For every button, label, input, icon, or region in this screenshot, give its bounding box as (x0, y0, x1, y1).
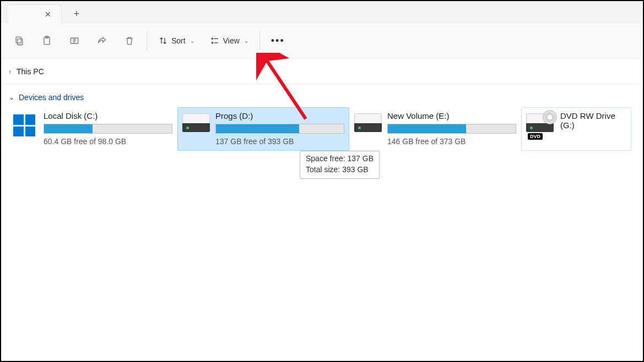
ellipsis-icon: ••• (271, 35, 285, 47)
toolbar: Sort ⌄ View ⌄ ••• (1, 23, 643, 59)
sort-icon (158, 36, 168, 46)
svg-rect-0 (18, 39, 23, 45)
new-tab-button[interactable]: + (68, 6, 85, 22)
tooltip: Space free: 137 GB Total size: 393 GB (300, 151, 380, 179)
chevron-right-icon: › (9, 68, 11, 75)
chevron-down-icon: ⌄ (9, 94, 14, 101)
dvd-drive-icon: DVD (526, 113, 555, 139)
section-title: Devices and drives (19, 93, 84, 102)
capacity-bar (44, 124, 172, 134)
drive-title: Local Disk (C:) (44, 111, 172, 120)
tooltip-line: Total size: 393 GB (306, 164, 374, 175)
more-menu[interactable]: ••• (263, 29, 293, 53)
view-menu[interactable]: View ⌄ (202, 29, 256, 53)
svg-point-6 (212, 42, 213, 43)
drive-item-g[interactable]: DVD DVD RW Drive (G:) (521, 107, 631, 151)
svg-rect-1 (16, 37, 21, 43)
capacity-bar (215, 124, 344, 134)
drive-item-e[interactable]: New Volume (E:) 146 GB free of 373 GB (349, 107, 521, 151)
close-icon[interactable]: ✕ (45, 10, 51, 19)
tooltip-line: Space free: 137 GB (306, 153, 374, 164)
capacity-bar (387, 124, 516, 134)
delete-button[interactable] (116, 29, 143, 53)
breadcrumb-location[interactable]: This PC (17, 67, 44, 76)
tab[interactable]: ✕ (7, 4, 62, 23)
chevron-down-icon: ⌄ (190, 38, 194, 44)
drive-item-d[interactable]: Progs (D:) 137 GB free of 393 GB (177, 107, 349, 151)
drive-title: DVD RW Drive (G:) (560, 111, 626, 130)
windows-drive-icon (10, 113, 38, 139)
sort-menu[interactable]: Sort ⌄ (150, 29, 202, 53)
hdd-icon (354, 113, 382, 139)
tab-bar: ✕ + (1, 1, 643, 23)
view-icon (210, 36, 220, 46)
rename-button[interactable] (61, 29, 88, 53)
section-header-devices[interactable]: ⌄ Devices and drives (6, 90, 640, 107)
view-label: View (223, 36, 240, 45)
paste-button[interactable] (33, 29, 61, 53)
drive-subtext: 60.4 GB free of 98.0 GB (44, 137, 172, 146)
drive-subtext: 137 GB free of 393 GB (215, 137, 344, 146)
chevron-down-icon: ⌄ (244, 38, 248, 44)
drive-title: Progs (D:) (215, 111, 344, 120)
copy-button[interactable] (6, 29, 33, 53)
drives-row: Local Disk (C:) 60.4 GB free of 98.0 GB … (6, 107, 640, 151)
sort-label: Sort (171, 36, 186, 45)
hdd-icon (182, 113, 210, 139)
drive-subtext: 146 GB free of 373 GB (387, 137, 516, 146)
share-button[interactable] (88, 29, 116, 53)
separator (259, 31, 260, 50)
drive-item-c[interactable]: Local Disk (C:) 60.4 GB free of 98.0 GB (6, 107, 177, 151)
breadcrumb[interactable]: › This PC (1, 59, 643, 84)
separator (147, 31, 147, 50)
drive-title: New Volume (E:) (387, 111, 516, 120)
content-area: ⌄ Devices and drives Local Disk (C:) 60.… (1, 84, 643, 151)
svg-point-5 (212, 38, 213, 39)
